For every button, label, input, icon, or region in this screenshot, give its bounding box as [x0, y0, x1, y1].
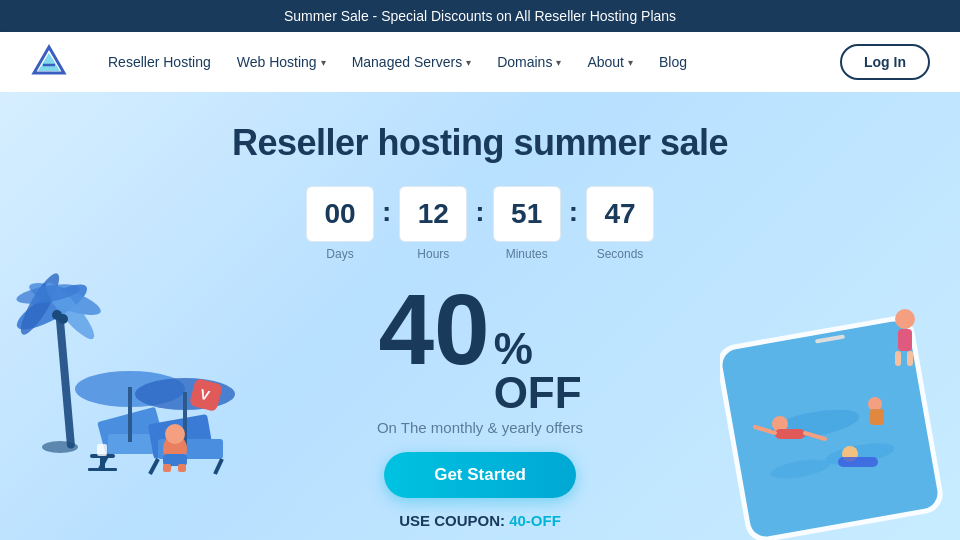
nav-reseller-hosting[interactable]: Reseller Hosting	[98, 48, 221, 76]
managed-servers-chevron: ▾	[466, 57, 471, 68]
svg-rect-46	[775, 429, 805, 439]
svg-rect-17	[158, 439, 223, 459]
svg-line-14	[100, 454, 108, 469]
svg-rect-42	[898, 329, 912, 351]
svg-rect-12	[97, 407, 164, 456]
svg-rect-29	[189, 378, 223, 412]
nav-managed-servers[interactable]: Managed Servers ▾	[342, 48, 482, 76]
svg-point-4	[11, 277, 92, 338]
svg-line-47	[755, 427, 775, 433]
nav-web-hosting[interactable]: Web Hosting ▾	[227, 48, 336, 76]
logo[interactable]	[30, 43, 68, 81]
svg-rect-27	[163, 464, 171, 472]
svg-rect-16	[148, 414, 213, 459]
svg-point-49	[842, 446, 858, 462]
hours-label: Hours	[417, 247, 449, 261]
coupon-prefix: USE COUPON:	[399, 512, 505, 529]
svg-point-8	[15, 281, 81, 308]
percent-sign: %	[494, 327, 533, 371]
seconds-value: 47	[586, 186, 654, 242]
discount-number: 40	[378, 279, 489, 379]
days-label: Days	[326, 247, 353, 261]
discount-suffix: % OFF	[494, 327, 582, 415]
svg-point-9	[52, 310, 62, 320]
right-illustration	[720, 229, 960, 540]
svg-rect-31	[90, 454, 115, 458]
domains-chevron: ▾	[556, 57, 561, 68]
countdown-minutes: 51 Minutes	[493, 186, 561, 261]
hero-title: Reseller hosting summer sale	[232, 122, 728, 164]
svg-rect-13	[108, 434, 173, 454]
hero-section: V	[0, 92, 960, 540]
svg-point-38	[824, 439, 896, 469]
sep-3: :	[569, 198, 578, 226]
svg-rect-33	[88, 468, 117, 471]
announcement-text: Summer Sale - Special Discounts on All R…	[284, 8, 676, 24]
coupon-line: USE COUPON: 40-OFF	[399, 512, 561, 529]
svg-rect-44	[907, 351, 913, 366]
sep-2: :	[475, 198, 484, 226]
login-button[interactable]: Log In	[840, 44, 930, 80]
svg-point-20	[75, 371, 185, 407]
svg-rect-26	[163, 454, 187, 466]
discount-block: 40 % OFF	[378, 279, 581, 415]
countdown-seconds: 47 Seconds	[586, 186, 654, 261]
minutes-label: Minutes	[506, 247, 548, 261]
svg-point-39	[769, 456, 831, 482]
web-hosting-chevron: ▾	[321, 57, 326, 68]
countdown-days: 00 Days	[306, 186, 374, 261]
sep-1: :	[382, 198, 391, 226]
svg-rect-35	[720, 313, 946, 540]
get-started-button[interactable]: Get Started	[384, 452, 576, 498]
svg-point-45	[772, 416, 788, 432]
svg-rect-3	[55, 309, 75, 449]
left-illustration: V	[0, 229, 260, 540]
svg-rect-23	[183, 392, 187, 447]
svg-point-51	[868, 397, 882, 411]
svg-point-5	[26, 277, 104, 322]
coupon-code: 40-OFF	[509, 512, 561, 529]
announcement-bar: Summer Sale - Special Discounts on All R…	[0, 0, 960, 32]
svg-point-37	[769, 404, 862, 443]
svg-point-25	[165, 424, 185, 444]
svg-point-24	[163, 435, 187, 463]
nav-links: Reseller Hosting Web Hosting ▾ Managed S…	[98, 48, 840, 76]
svg-rect-28	[178, 464, 186, 472]
minutes-value: 51	[493, 186, 561, 242]
svg-rect-52	[870, 409, 884, 425]
svg-rect-36	[720, 319, 940, 539]
svg-line-19	[215, 459, 222, 474]
nav-about[interactable]: About ▾	[577, 48, 643, 76]
svg-point-11	[42, 441, 78, 453]
svg-rect-21	[128, 387, 132, 442]
svg-point-10	[58, 314, 68, 324]
countdown-timer: 00 Days : 12 Hours : 51 Minutes : 47 Sec…	[306, 186, 654, 261]
about-chevron: ▾	[628, 57, 633, 68]
svg-line-18	[150, 459, 158, 474]
svg-rect-43	[895, 351, 901, 366]
svg-rect-40	[815, 334, 845, 343]
svg-point-7	[40, 278, 100, 345]
svg-line-48	[805, 433, 825, 439]
navbar: Reseller Hosting Web Hosting ▾ Managed S…	[0, 32, 960, 92]
countdown-hours: 12 Hours	[399, 186, 467, 261]
svg-text:V: V	[198, 386, 212, 404]
nav-domains[interactable]: Domains ▾	[487, 48, 571, 76]
off-text: OFF	[494, 371, 582, 415]
svg-point-22	[135, 378, 235, 410]
seconds-label: Seconds	[597, 247, 644, 261]
svg-point-6	[15, 269, 66, 339]
svg-line-15	[168, 454, 175, 469]
nav-blog[interactable]: Blog	[649, 48, 697, 76]
hours-value: 12	[399, 186, 467, 242]
svg-rect-32	[100, 458, 105, 468]
svg-rect-34	[97, 444, 107, 456]
offer-text: On The monthly & yearly offers	[377, 419, 583, 436]
svg-point-41	[895, 309, 915, 329]
days-value: 00	[306, 186, 374, 242]
svg-rect-50	[838, 457, 878, 467]
